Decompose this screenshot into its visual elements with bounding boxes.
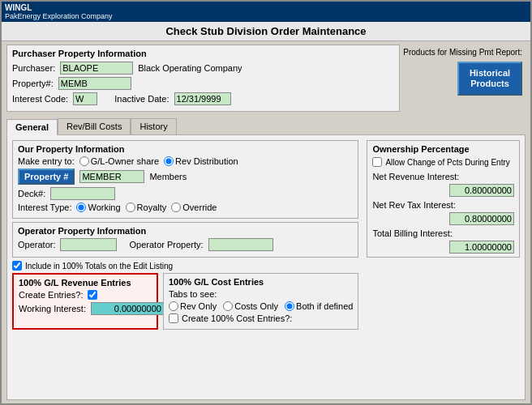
include-100-row: Include in 100% Totals on the Edit Listi… xyxy=(12,261,358,271)
operator-title: Operator Property Information xyxy=(18,226,353,236)
historical-products-button[interactable]: Historical Products xyxy=(457,62,522,96)
inactive-date-input[interactable] xyxy=(174,92,231,105)
interest-code-input[interactable] xyxy=(73,92,97,105)
ownership-title: Ownership Percentage xyxy=(372,144,514,154)
working-interest-row: Working Interest: xyxy=(19,302,152,315)
operator-input[interactable] xyxy=(60,238,117,251)
working-interest-input[interactable] xyxy=(91,302,164,315)
both-if-defined-radio-item: Both if defined xyxy=(285,301,353,311)
net-rev-tax-input[interactable] xyxy=(449,212,514,225)
header-section: Purchaser Property Information Purchaser… xyxy=(6,45,526,112)
costs-only-radio[interactable] xyxy=(223,301,233,311)
purchaser-section-title: Purchaser Property Information xyxy=(12,49,394,58)
net-revenue-row: Net Revenue Interest: xyxy=(372,172,514,181)
override-radio-item: Override xyxy=(171,202,217,212)
property-button[interactable]: Property # xyxy=(18,168,75,185)
create-cost-entries-checkbox[interactable] xyxy=(169,313,178,323)
net-revenue-label: Net Revenue Interest: xyxy=(372,172,459,181)
rev-only-radio[interactable] xyxy=(169,301,178,311)
gl-revenue-title: 100% G/L Revenue Entries xyxy=(19,278,152,288)
tab-rev-bill-costs[interactable]: Rev/Bill Costs xyxy=(58,118,131,134)
costs-only-radio-item: Costs Only xyxy=(223,301,278,311)
property-label: Property#: xyxy=(12,79,54,88)
rev-dist-radio-item: Rev Distribution xyxy=(164,156,238,166)
purchaser-box: Purchaser Property Information Purchaser… xyxy=(6,45,400,112)
company-name: PakEnergy Exploration Company xyxy=(5,12,527,20)
left-column: Our Property Information Make entry to: … xyxy=(12,140,358,330)
include-100-label: Include in 100% Totals on the Edit Listi… xyxy=(25,262,173,271)
create-cost-entries-label: Create 100% Cost Entries?: xyxy=(182,313,292,323)
purchaser-row: Purchaser: Black Operating Company xyxy=(12,62,394,75)
gl-revenue-section: 100% G/L Revenue Entries Create Entries?… xyxy=(12,273,158,330)
royalty-radio[interactable] xyxy=(126,202,135,212)
allow-change-label: Allow Change of Pcts During Entry xyxy=(385,158,509,167)
purchaser-name: Black Operating Company xyxy=(138,63,242,73)
make-entry-label: Make entry to: xyxy=(18,156,75,166)
products-label: Products for Missing Pmt Report: xyxy=(403,48,522,57)
ownership-fields: Net Revenue Interest: Net Rev Tax Intere… xyxy=(372,172,514,254)
tab-history[interactable]: History xyxy=(131,118,176,134)
products-section: Products for Missing Pmt Report: Histori… xyxy=(400,45,526,112)
royalty-label: Royalty xyxy=(137,202,167,212)
net-rev-tax-value-row xyxy=(372,212,514,225)
main-window: WINGL PakEnergy Exploration Company Chec… xyxy=(0,0,532,405)
override-label: Override xyxy=(182,202,217,212)
deck-row: Deck#: xyxy=(18,187,353,200)
net-revenue-input[interactable] xyxy=(449,184,514,197)
operator-section: Operator Property Information Operator: … xyxy=(12,222,358,258)
tabs-bar: General Rev/Bill Costs History xyxy=(6,118,526,134)
total-billing-row: Total Billing Interest: xyxy=(372,228,514,238)
tab-general[interactable]: General xyxy=(6,119,58,135)
working-label: Working xyxy=(88,202,120,212)
purchaser-section: Purchaser Property Information Purchaser… xyxy=(6,45,400,112)
members-label: Members xyxy=(149,172,187,181)
purchaser-input[interactable] xyxy=(60,62,133,75)
create-cost-entries-row: Create 100% Cost Entries?: xyxy=(169,313,353,323)
operator-label: Operator: xyxy=(18,240,55,249)
make-entry-row: Make entry to: G/L-Owner share Rev Distr… xyxy=(18,156,353,166)
rev-dist-radio[interactable] xyxy=(164,156,174,166)
gl-owner-label: G/L-Owner share xyxy=(91,156,159,166)
member-input[interactable] xyxy=(79,170,144,183)
deck-input[interactable] xyxy=(50,187,115,200)
purchaser-label: Purchaser: xyxy=(12,63,55,73)
total-billing-label: Total Billing Interest: xyxy=(372,228,452,238)
property-btn-row: Property # Members xyxy=(18,168,353,185)
net-rev-tax-label: Net Rev Tax Interest: xyxy=(372,200,456,210)
operator-property-label: Operator Property: xyxy=(130,240,204,249)
app-name: WINGL xyxy=(5,3,527,12)
inactive-date-label: Inactive Date: xyxy=(114,94,169,104)
net-revenue-value-row xyxy=(372,184,514,197)
create-entries-checkbox[interactable] xyxy=(88,290,97,300)
our-property-title: Our Property Information xyxy=(18,144,353,154)
gl-owner-radio-item: G/L-Owner share xyxy=(79,156,159,166)
gl-owner-radio[interactable] xyxy=(79,156,89,166)
right-column: Ownership Percentage Allow Change of Pct… xyxy=(367,140,520,330)
operator-property-input[interactable] xyxy=(208,238,273,251)
both-if-defined-label: Both if defined xyxy=(296,301,353,311)
rev-only-radio-item: Rev Only xyxy=(169,301,217,311)
working-radio-item: Working xyxy=(76,202,120,212)
net-rev-tax-row: Net Rev Tax Interest: xyxy=(372,200,514,210)
page-title: Check Stub Division Order Maintenance xyxy=(2,22,530,41)
tabs-container: General Rev/Bill Costs History Our Prope… xyxy=(6,115,526,400)
both-if-defined-radio[interactable] xyxy=(285,301,294,311)
interest-code-label: Interest Code: xyxy=(12,94,68,104)
working-radio[interactable] xyxy=(76,202,86,212)
gl-cost-title: 100% G/L Cost Entries xyxy=(169,277,353,287)
allow-change-row: Allow Change of Pcts During Entry xyxy=(372,157,514,167)
interest-type-row: Interest Type: Working Royalty xyxy=(18,202,353,212)
create-entries-row: Create Entries?: xyxy=(19,290,152,300)
rev-only-label: Rev Only xyxy=(180,301,217,311)
override-radio[interactable] xyxy=(171,202,181,212)
tabs-to-see-label-container: Tabs to see: xyxy=(169,289,353,299)
gl-cost-section: 100% G/L Cost Entries Tabs to see: Rev O… xyxy=(163,273,358,330)
allow-change-checkbox[interactable] xyxy=(372,157,382,167)
include-100-checkbox[interactable] xyxy=(12,261,22,271)
our-property-section: Our Property Information Make entry to: … xyxy=(12,140,358,219)
property-input[interactable] xyxy=(58,77,131,90)
two-col-layout: Our Property Information Make entry to: … xyxy=(12,140,520,330)
bottom-section: 100% G/L Revenue Entries Create Entries?… xyxy=(12,273,358,330)
tabs-to-see-radios: Rev Only Costs Only Both if defined xyxy=(169,301,353,311)
total-billing-input[interactable] xyxy=(449,241,514,254)
